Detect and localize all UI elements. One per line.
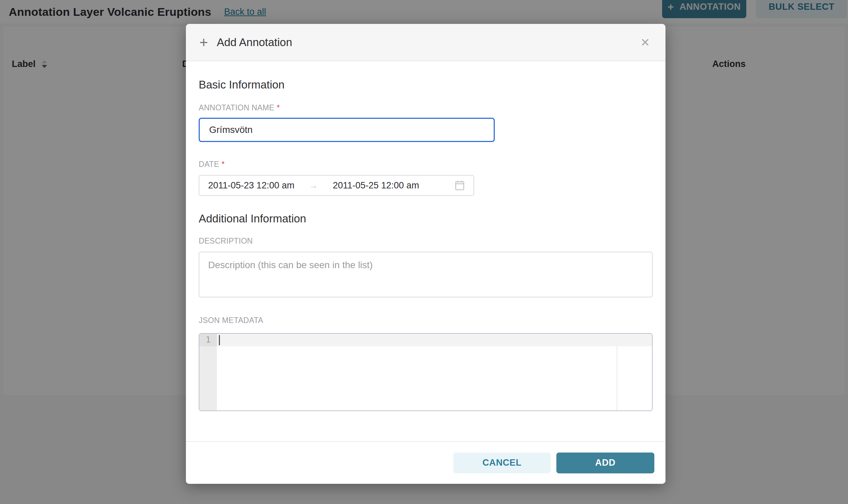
editor-text-cursor	[219, 335, 220, 345]
annotation-name-label-text: ANNOTATION NAME	[199, 103, 275, 112]
json-metadata-editor[interactable]: 1	[199, 333, 653, 411]
modal-footer: CANCEL ADD	[186, 441, 665, 484]
modal-header: + Add Annotation ✕	[186, 24, 665, 61]
date-start-value[interactable]: 2011-05-23 12:00 am	[208, 180, 294, 191]
plus-icon: +	[200, 35, 208, 50]
annotation-name-label: ANNOTATION NAME*	[199, 103, 653, 112]
date-label: DATE*	[199, 160, 653, 169]
annotation-name-input[interactable]	[199, 118, 495, 142]
calendar-icon[interactable]	[455, 180, 465, 191]
date-end-value[interactable]: 2011-05-25 12:00 am	[333, 180, 419, 191]
additional-information-heading: Additional Information	[199, 212, 653, 226]
required-asterisk: *	[277, 103, 280, 112]
description-label: DESCRIPTION	[199, 236, 653, 246]
close-icon[interactable]: ✕	[639, 35, 652, 50]
add-annotation-modal: + Add Annotation ✕ Basic Information ANN…	[186, 24, 665, 484]
editor-active-line	[217, 334, 652, 346]
modal-title: Add Annotation	[217, 36, 292, 49]
basic-information-heading: Basic Information	[199, 78, 653, 91]
modal-body: Basic Information ANNOTATION NAME* DATE*…	[186, 78, 665, 411]
arrow-right-icon: →	[309, 180, 318, 191]
required-asterisk: *	[222, 160, 225, 168]
description-textarea[interactable]	[199, 252, 653, 298]
date-range-picker[interactable]: 2011-05-23 12:00 am → 2011-05-25 12:00 a…	[199, 175, 474, 196]
add-button[interactable]: ADD	[556, 452, 654, 473]
cancel-button[interactable]: CANCEL	[453, 452, 551, 473]
editor-print-margin	[617, 346, 617, 411]
date-label-text: DATE	[199, 160, 219, 168]
json-metadata-label: JSON METADATA	[199, 316, 653, 325]
editor-line-number: 1	[200, 334, 217, 346]
